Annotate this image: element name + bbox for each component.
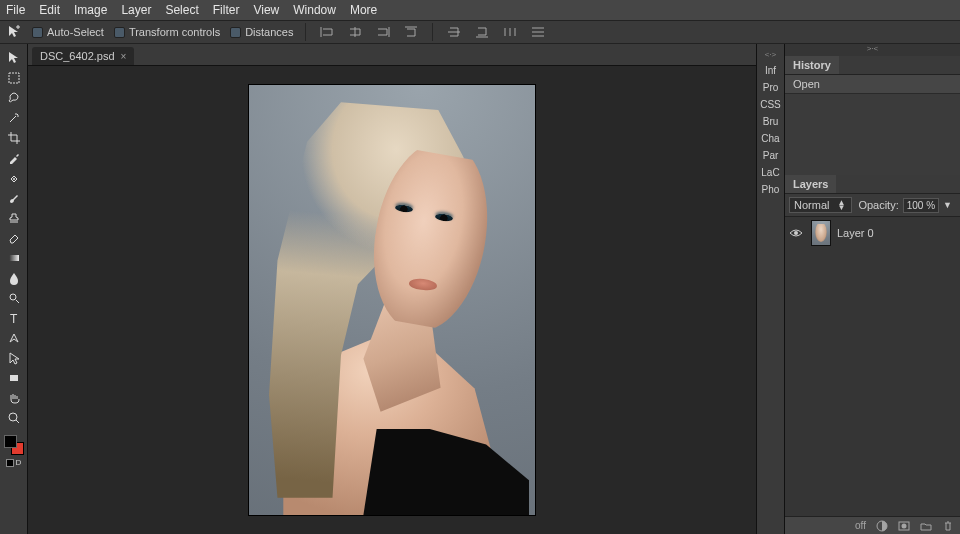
opacity-value[interactable]: 100 %: [903, 198, 939, 213]
mini-panel-info[interactable]: Inf: [765, 65, 776, 76]
blend-mode-select[interactable]: Normal ▲▼: [789, 197, 852, 213]
menu-select[interactable]: Select: [165, 3, 198, 17]
distribute-h-icon[interactable]: [501, 23, 519, 41]
marquee-tool[interactable]: [1, 68, 27, 88]
document-tab-label: DSC_6402.psd: [40, 50, 115, 62]
heal-tool[interactable]: [1, 168, 27, 188]
document-tab-strip: DSC_6402.psd ×: [28, 44, 756, 66]
svg-rect-1: [9, 255, 19, 261]
crop-tool[interactable]: [1, 128, 27, 148]
separator: [305, 23, 306, 41]
canvas-area[interactable]: [28, 66, 756, 534]
mini-panel-photo[interactable]: Pho: [762, 184, 780, 195]
distribute-v-icon[interactable]: [529, 23, 547, 41]
type-tool[interactable]: T: [1, 308, 27, 328]
align-center-h-icon[interactable]: [346, 23, 364, 41]
panel-grip-icon[interactable]: <·>: [765, 50, 777, 59]
layers-list: Layer 0: [785, 217, 960, 516]
main-menu: File Edit Image Layer Select Filter View…: [0, 0, 960, 20]
zoom-tool[interactable]: [1, 408, 27, 428]
mini-panel-css[interactable]: CSS: [760, 99, 781, 110]
stamp-tool[interactable]: [1, 208, 27, 228]
auto-select-label: Auto-Select: [47, 26, 104, 38]
svg-text:T: T: [10, 312, 18, 325]
svg-point-2: [10, 294, 16, 300]
foreground-color-swatch[interactable]: [4, 435, 17, 448]
eyedropper-tool[interactable]: [1, 148, 27, 168]
toolbox: T D: [0, 44, 28, 534]
folder-icon[interactable]: [920, 520, 932, 532]
separator: [432, 23, 433, 41]
blend-mode-value: Normal: [794, 199, 829, 211]
align-middle-v-icon[interactable]: [445, 23, 463, 41]
up-down-arrows-icon: ▲▼: [837, 200, 845, 210]
menu-more[interactable]: More: [350, 3, 377, 17]
options-bar: Auto-Select Transform controls Distances: [0, 20, 960, 44]
document-canvas[interactable]: [249, 85, 535, 515]
layers-options: Normal ▲▼ Opacity: 100 % ▼: [785, 194, 960, 217]
menu-edit[interactable]: Edit: [39, 3, 60, 17]
checkbox-box-icon: [32, 27, 43, 38]
chevron-down-icon[interactable]: ▼: [943, 200, 952, 210]
adjustment-icon[interactable]: [876, 520, 888, 532]
shape-tool[interactable]: [1, 368, 27, 388]
layer-thumbnail[interactable]: [811, 220, 831, 246]
move-tool-indicator-icon: [6, 24, 22, 40]
dodge-tool[interactable]: [1, 288, 27, 308]
tab-history[interactable]: History: [785, 56, 839, 74]
layers-footer: off: [785, 516, 960, 534]
trash-icon[interactable]: [942, 520, 954, 532]
svg-point-9: [902, 523, 907, 528]
align-right-icon[interactable]: [374, 23, 392, 41]
layer-name[interactable]: Layer 0: [837, 227, 874, 239]
opacity-label: Opacity:: [858, 199, 898, 211]
mini-panel-brush[interactable]: Bru: [763, 116, 779, 127]
svg-rect-4: [10, 375, 18, 381]
opacity-control[interactable]: Opacity: 100 % ▼: [858, 198, 952, 213]
tab-layers[interactable]: Layers: [785, 175, 836, 193]
checkbox-box-icon: [114, 27, 125, 38]
document-tab[interactable]: DSC_6402.psd ×: [32, 47, 134, 65]
distances-checkbox[interactable]: Distances: [230, 26, 293, 38]
mask-icon[interactable]: [898, 520, 910, 532]
move-tool[interactable]: [1, 48, 27, 68]
auto-select-checkbox[interactable]: Auto-Select: [32, 26, 104, 38]
menu-layer[interactable]: Layer: [121, 3, 151, 17]
distances-label: Distances: [245, 26, 293, 38]
transform-controls-label: Transform controls: [129, 26, 220, 38]
collapsed-panels-strip: <·> Inf Pro CSS Bru Cha Par LaC Pho: [756, 44, 784, 534]
gradient-tool[interactable]: [1, 248, 27, 268]
eraser-tool[interactable]: [1, 228, 27, 248]
panel-grip-icon[interactable]: >·<: [785, 44, 960, 56]
default-colors-reset[interactable]: D: [6, 458, 22, 467]
menu-filter[interactable]: Filter: [213, 3, 240, 17]
menu-view[interactable]: View: [253, 3, 279, 17]
wand-tool[interactable]: [1, 108, 27, 128]
close-icon[interactable]: ×: [121, 51, 127, 62]
mini-panel-properties[interactable]: Pro: [763, 82, 779, 93]
fx-off-label: off: [855, 520, 866, 531]
align-left-icon[interactable]: [318, 23, 336, 41]
mini-panel-paragraph[interactable]: Par: [763, 150, 779, 161]
right-panels: >·< Layers History Open Layers Normal ▲▼…: [784, 44, 960, 534]
align-bottom-icon[interactable]: [473, 23, 491, 41]
mini-panel-layercomps[interactable]: LaC: [761, 167, 779, 178]
brush-tool[interactable]: [1, 188, 27, 208]
menu-image[interactable]: Image: [74, 3, 107, 17]
menu-window[interactable]: Window: [293, 3, 336, 17]
layer-row[interactable]: Layer 0: [785, 217, 960, 249]
eye-icon[interactable]: [789, 228, 805, 238]
transform-controls-checkbox[interactable]: Transform controls: [114, 26, 220, 38]
history-entry[interactable]: Open: [785, 75, 960, 94]
mini-panel-character[interactable]: Cha: [761, 133, 779, 144]
lasso-tool[interactable]: [1, 88, 27, 108]
menu-file[interactable]: File: [6, 3, 25, 17]
blur-tool[interactable]: [1, 268, 27, 288]
path-select-tool[interactable]: [1, 348, 27, 368]
layers-panel-tabs: Layers: [785, 175, 960, 194]
align-top-icon[interactable]: [402, 23, 420, 41]
pen-tool[interactable]: [1, 328, 27, 348]
hand-tool[interactable]: [1, 388, 27, 408]
history-panel-tabs: Layers History: [785, 56, 960, 75]
fg-bg-color-swatch[interactable]: [3, 434, 25, 456]
